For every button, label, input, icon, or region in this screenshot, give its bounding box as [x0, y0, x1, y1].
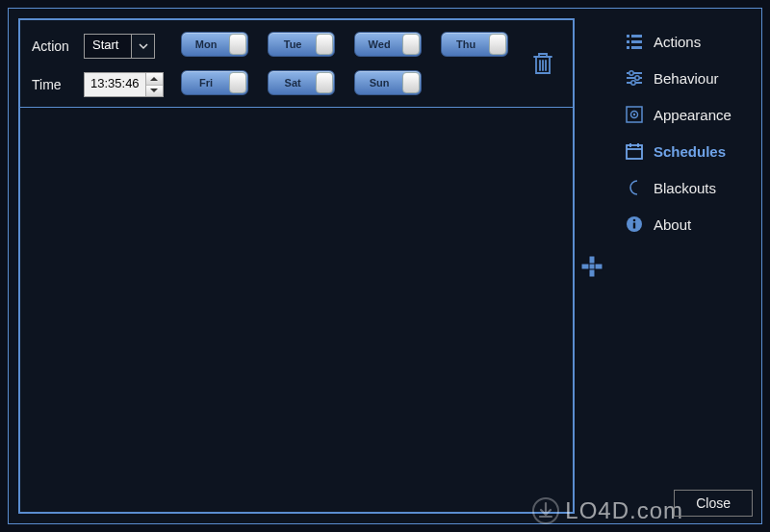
days-column: Mon Tue Wed Thu — [181, 30, 508, 97]
sidebar-item-schedules[interactable]: Schedules — [625, 139, 752, 163]
time-spinner — [145, 73, 163, 96]
svg-point-18 — [633, 114, 635, 115]
chevron-down-icon — [138, 40, 149, 52]
sidebar-item-label: Behaviour — [654, 70, 719, 87]
schedules-panel: Action Start Time 13:35:46 — [18, 18, 575, 514]
chevron-down-icon — [150, 88, 158, 93]
toggle-knob — [489, 34, 506, 55]
add-column — [575, 18, 609, 514]
svg-rect-7 — [631, 40, 642, 43]
svg-point-15 — [631, 81, 635, 85]
toggle-knob — [229, 72, 246, 93]
svg-rect-4 — [627, 35, 629, 38]
plus-icon — [579, 254, 604, 279]
main-column: Action Start Time 13:35:46 — [9, 9, 615, 523]
action-label: Action — [32, 38, 74, 54]
svg-point-24 — [633, 219, 636, 222]
sidebar-item-label: Blackouts — [654, 180, 716, 196]
info-icon — [625, 215, 644, 234]
svg-rect-25 — [633, 223, 635, 229]
svg-point-13 — [635, 76, 639, 80]
days-row-1: Mon Tue Wed Thu — [181, 32, 508, 57]
days-row-2: Fri Sat Sun — [181, 70, 508, 95]
delete-button[interactable] — [531, 51, 554, 76]
toggle-knob — [316, 34, 333, 55]
sidebar-item-label: Actions — [654, 34, 701, 50]
svg-rect-5 — [631, 35, 642, 38]
time-field: Time 13:35:46 — [32, 72, 164, 97]
svg-rect-1 — [581, 264, 603, 269]
delete-column — [526, 30, 554, 97]
action-field: Action Start — [32, 34, 164, 59]
sidebar-item-label: Schedules — [654, 143, 726, 160]
app-window: Action Start Time 13:35:46 — [8, 8, 762, 524]
time-input[interactable]: 13:35:46 — [84, 72, 164, 97]
day-toggle-wed[interactable]: Wed — [354, 32, 422, 57]
sliders-icon — [625, 68, 644, 88]
svg-rect-9 — [631, 46, 642, 49]
time-spin-up[interactable] — [146, 73, 163, 86]
day-toggle-sat[interactable]: Sat — [268, 70, 335, 95]
schedule-entry: Action Start Time 13:35:46 — [20, 20, 573, 108]
calendar-icon — [625, 141, 644, 161]
list-icon — [625, 32, 644, 51]
time-spin-down[interactable] — [146, 86, 163, 97]
time-value: 13:35:46 — [85, 73, 145, 96]
form-column: Action Start Time 13:35:46 — [32, 30, 164, 97]
toggle-knob — [402, 34, 420, 55]
day-toggle-label: Sun — [355, 77, 402, 89]
day-toggle-label: Sat — [269, 77, 316, 89]
svg-point-11 — [629, 71, 633, 75]
day-toggle-sun[interactable]: Sun — [354, 70, 422, 95]
action-select[interactable]: Start — [84, 34, 155, 59]
close-button[interactable]: Close — [674, 490, 753, 517]
toggle-knob — [316, 72, 333, 93]
day-toggle-thu[interactable]: Thu — [441, 32, 508, 57]
day-toggle-label: Wed — [355, 38, 402, 50]
schedules-body — [20, 108, 573, 512]
day-toggle-fri[interactable]: Fri — [181, 70, 248, 95]
day-toggle-label: Mon — [182, 38, 229, 50]
trash-icon — [531, 51, 554, 76]
add-schedule-button[interactable] — [579, 254, 604, 279]
action-select-button[interactable] — [131, 35, 154, 58]
sidebar-item-label: Appearance — [654, 107, 732, 123]
footer: Close — [674, 490, 753, 517]
day-toggle-label: Tue — [269, 38, 316, 50]
day-toggle-label: Thu — [442, 38, 489, 50]
sidebar-item-actions[interactable]: Actions — [625, 30, 752, 53]
chevron-up-icon — [150, 76, 158, 82]
svg-rect-19 — [627, 145, 642, 159]
sidebar-item-blackouts[interactable]: Blackouts — [625, 176, 752, 199]
time-label: Time — [32, 77, 74, 92]
sidebar-item-about[interactable]: About — [625, 213, 752, 236]
svg-rect-6 — [627, 40, 629, 43]
appearance-icon — [625, 105, 644, 124]
svg-rect-8 — [627, 46, 629, 49]
toggle-knob — [402, 72, 420, 93]
day-toggle-tue[interactable]: Tue — [268, 32, 335, 57]
sidebar: Actions Behaviour Appearance Schedules B… — [615, 9, 761, 523]
sidebar-item-behaviour[interactable]: Behaviour — [625, 66, 752, 89]
toggle-knob — [229, 34, 246, 55]
action-select-value: Start — [85, 35, 131, 58]
sidebar-item-appearance[interactable]: Appearance — [625, 103, 752, 126]
sidebar-item-label: About — [654, 216, 691, 233]
moon-icon — [625, 178, 644, 197]
day-toggle-mon[interactable]: Mon — [181, 32, 248, 57]
day-toggle-label: Fri — [182, 77, 229, 89]
